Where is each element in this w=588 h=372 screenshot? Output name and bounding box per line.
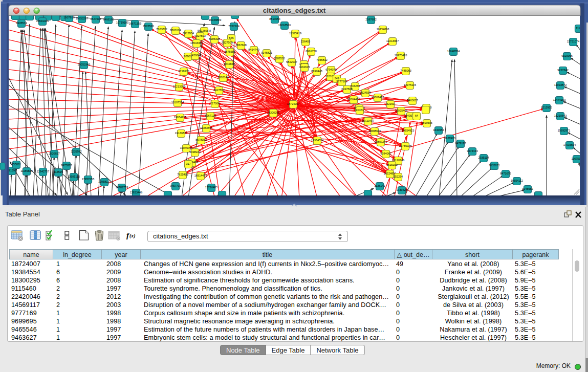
svg-text:1937919: 1937919 [63, 16, 74, 19]
svg-text:8427552: 8427552 [213, 89, 224, 92]
svg-text:8267110: 8267110 [205, 114, 215, 117]
svg-text:16210643: 16210643 [554, 114, 567, 117]
svg-text:10046756: 10046756 [180, 146, 192, 149]
svg-text:17957255: 17957255 [82, 178, 94, 181]
svg-text:10958117: 10958117 [98, 180, 111, 183]
svg-text:6794078: 6794078 [325, 68, 336, 71]
svg-text:16543362: 16543362 [190, 41, 203, 45]
svg-text:citations_edges.txt: citations_edges.txt [263, 7, 326, 14]
svg-text:1640954: 1640954 [433, 128, 444, 132]
svg-text:17016504: 17016504 [563, 143, 576, 146]
svg-text:19384554: 19384554 [311, 139, 323, 142]
svg-text:19654923: 19654923 [402, 129, 414, 132]
svg-text:10654112: 10654112 [511, 179, 523, 182]
svg-text:10756928: 10756928 [399, 144, 411, 147]
svg-text:7632621: 7632621 [489, 164, 499, 167]
svg-text:9146821: 9146821 [261, 51, 272, 54]
svg-text:10025466: 10025466 [395, 109, 407, 112]
svg-text:20691406: 20691406 [36, 19, 49, 23]
svg-text:15720407: 15720407 [362, 119, 374, 122]
svg-text:9084067: 9084067 [380, 152, 391, 155]
svg-text:9245652: 9245652 [522, 187, 533, 190]
svg-text:9327503: 9327503 [194, 34, 205, 37]
svg-text:12823446: 12823446 [130, 191, 142, 194]
svg-text:15692971: 15692971 [558, 129, 570, 132]
svg-text:11156829: 11156829 [20, 169, 33, 172]
svg-text:12213967: 12213967 [386, 39, 399, 42]
svg-text:13505115: 13505115 [68, 175, 80, 178]
svg-text:19654925: 19654925 [174, 116, 186, 119]
svg-text:9227342: 9227342 [557, 69, 568, 72]
svg-text:90371: 90371 [356, 108, 363, 112]
svg-text:1405574: 1405574 [16, 21, 27, 25]
svg-text:(x): (x) [129, 233, 136, 239]
svg-text:6479197: 6479197 [455, 142, 466, 145]
svg-text:2867608: 2867608 [235, 43, 246, 47]
svg-text:7485063: 7485063 [400, 69, 411, 72]
svg-text:6497508: 6497508 [341, 87, 352, 91]
svg-text:11353594: 11353594 [200, 126, 212, 129]
svg-text:64: 64 [415, 114, 418, 117]
svg-text:5822605 8: 5822605 8 [198, 29, 211, 32]
svg-text:9777169: 9777169 [336, 80, 347, 83]
svg-text:16033809: 16033809 [209, 18, 221, 21]
svg-text:7515526: 7515526 [143, 25, 154, 28]
svg-text:1136141: 1136141 [374, 184, 385, 187]
svg-text:16914479: 16914479 [194, 174, 207, 177]
svg-text:3875685: 3875685 [224, 50, 235, 53]
svg-text:6466160: 6466160 [103, 18, 114, 21]
svg-text:8454749: 8454749 [248, 48, 259, 51]
svg-text:8678352: 8678352 [195, 138, 206, 141]
svg-text:156403: 156403 [301, 40, 310, 43]
svg-text:252254: 252254 [394, 175, 403, 178]
svg-text:9899695: 9899695 [421, 121, 432, 124]
svg-text:62160: 62160 [386, 102, 394, 105]
svg-text:20364436: 20364436 [347, 98, 360, 101]
svg-text:1615152: 1615152 [386, 163, 397, 166]
svg-text:1162615: 1162615 [299, 65, 310, 69]
svg-text:10719185: 10719185 [116, 21, 128, 24]
svg-text:11325419: 11325419 [289, 32, 301, 35]
svg-text:9457791: 9457791 [170, 184, 181, 187]
svg-text:114515: 114515 [54, 170, 63, 173]
svg-text:20053346: 20053346 [78, 63, 90, 66]
svg-text:9329966: 9329966 [561, 54, 572, 57]
svg-text:9474444: 9474444 [467, 149, 477, 152]
svg-text:12975115: 12975115 [404, 83, 416, 86]
svg-text:317: 317 [186, 162, 190, 165]
svg-text:16782759: 16782759 [116, 186, 128, 189]
svg-text:2020657: 2020657 [49, 152, 59, 155]
svg-text:9463627: 9463627 [407, 99, 418, 102]
svg-text:16671355: 16671355 [129, 22, 141, 25]
svg-text:8186328: 8186328 [209, 37, 220, 40]
svg-text:155061: 155061 [12, 163, 21, 166]
svg-text:1733426: 1733426 [396, 188, 407, 191]
svg-text:9327505: 9327505 [222, 41, 232, 44]
svg-text:2087682: 2087682 [365, 18, 376, 21]
svg-text:10688609: 10688609 [368, 129, 381, 133]
svg-text:19218506: 19218506 [278, 24, 291, 27]
svg-text:8813054: 8813054 [269, 17, 280, 20]
svg-text:98901: 98901 [184, 55, 191, 58]
svg-text:10653267: 10653267 [76, 17, 88, 20]
svg-text:5822037: 5822037 [286, 60, 297, 63]
svg-text:7625402: 7625402 [177, 173, 188, 176]
svg-text:16154808: 16154808 [377, 28, 389, 31]
svg-text:7663822: 7663822 [156, 28, 167, 31]
svg-text:8215955: 8215955 [541, 106, 552, 109]
svg-text:18300295: 18300295 [267, 111, 279, 114]
svg-text:1235992: 1235992 [71, 150, 81, 153]
svg-text:12213389: 12213389 [173, 85, 185, 88]
svg-text:15751074: 15751074 [567, 40, 579, 43]
svg-text:5498222: 5498222 [189, 150, 200, 154]
svg-text:15716485: 15716485 [205, 186, 217, 189]
svg-text:16648784: 16648784 [447, 50, 460, 53]
svg-text:1527602: 1527602 [90, 17, 101, 20]
svg-text:9242845: 9242845 [224, 62, 234, 65]
svg-text:2718170: 2718170 [178, 70, 189, 73]
svg-text:18807249: 18807249 [375, 140, 387, 143]
svg-text:12444159: 12444159 [553, 98, 565, 101]
svg-text:8912954: 8912954 [183, 32, 193, 35]
svg-text:10973493: 10973493 [395, 54, 407, 57]
svg-text:3624554: 3624554 [360, 91, 371, 94]
